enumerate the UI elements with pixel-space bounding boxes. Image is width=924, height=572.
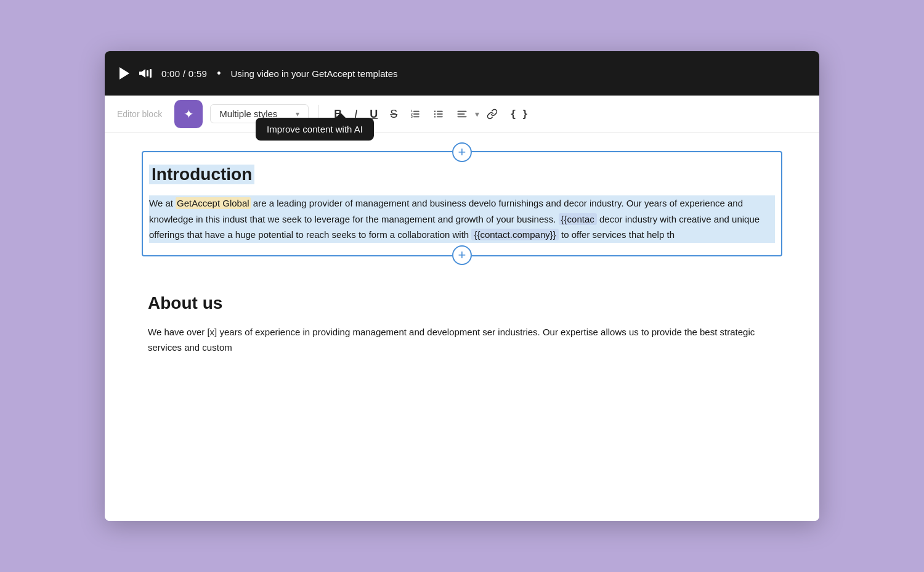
unordered-list-button[interactable] bbox=[428, 106, 449, 122]
video-time: 0:00 / 0:59 bbox=[161, 68, 207, 79]
unordered-list-icon bbox=[433, 108, 444, 120]
toolbar-divider bbox=[318, 105, 319, 123]
template-var-contact: {{contac bbox=[559, 213, 597, 225]
underline-button[interactable]: U bbox=[365, 106, 383, 122]
svg-point-9 bbox=[434, 110, 436, 112]
editor-content: + Introduction We at GetAccept Global ar… bbox=[105, 151, 819, 521]
align-dropdown-arrow[interactable]: ▾ bbox=[475, 109, 479, 119]
svg-point-11 bbox=[434, 116, 436, 117]
introduction-block[interactable]: + Introduction We at GetAccept Global ar… bbox=[142, 151, 782, 256]
format-buttons: B I U S 1 2 3 bbox=[329, 106, 533, 122]
code-button[interactable]: { } bbox=[505, 107, 533, 121]
svg-point-10 bbox=[434, 113, 436, 114]
video-bar: 0:00 / 0:59 • Using video in your GetAcc… bbox=[105, 51, 819, 96]
ai-improve-button[interactable]: ✦ bbox=[174, 100, 203, 128]
svg-text:3: 3 bbox=[411, 115, 413, 118]
align-button[interactable] bbox=[452, 106, 472, 122]
bold-button[interactable]: B bbox=[329, 106, 347, 122]
about-heading: About us bbox=[148, 293, 776, 313]
template-var-company: {{contact.company}} bbox=[471, 229, 558, 240]
about-section: About us We have over [x] years of exper… bbox=[142, 281, 782, 368]
add-block-bottom-button[interactable]: + bbox=[452, 245, 472, 265]
play-button[interactable] bbox=[120, 67, 129, 80]
style-dropdown-label: Multiple styles bbox=[219, 108, 277, 119]
introduction-heading: Introduction bbox=[149, 165, 254, 184]
ai-sparkle-icon: ✦ bbox=[184, 108, 194, 120]
style-dropdown[interactable]: Multiple styles ▾ bbox=[210, 104, 309, 123]
video-separator: • bbox=[217, 67, 221, 80]
add-block-top-button[interactable]: + bbox=[452, 142, 472, 162]
editor-block-wrapper: + Introduction We at GetAccept Global ar… bbox=[105, 151, 819, 256]
editor-block-label: Editor block bbox=[117, 109, 162, 119]
strikethrough-button[interactable]: S bbox=[385, 106, 402, 122]
ordered-list-button[interactable]: 1 2 3 bbox=[405, 106, 426, 122]
align-icon bbox=[456, 108, 468, 120]
toolbar: Editor block ✦ Multiple styles ▾ B I U S… bbox=[105, 96, 819, 133]
link-icon bbox=[487, 108, 498, 120]
chevron-down-icon: ▾ bbox=[296, 110, 299, 118]
ordered-list-icon: 1 2 3 bbox=[410, 108, 421, 120]
video-title: Using video in your GetAccept templates bbox=[231, 68, 398, 79]
volume-button[interactable] bbox=[139, 69, 152, 78]
italic-button[interactable]: I bbox=[349, 106, 362, 122]
about-text: We have over [x] years of experience in … bbox=[148, 324, 776, 356]
introduction-text: We at GetAccept Global are a leading pro… bbox=[149, 195, 775, 243]
company-highlight: GetAccept Global bbox=[176, 197, 251, 209]
link-button[interactable] bbox=[482, 106, 503, 122]
